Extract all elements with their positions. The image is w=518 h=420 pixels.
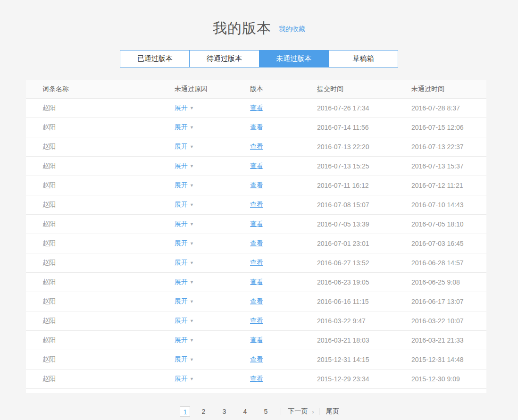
expand-reason-link[interactable]: 展开 [175,162,188,169]
reason-cell: 展开▼ [175,317,250,325]
caret-down-icon: ▼ [190,241,194,246]
caret-down-icon: ▼ [190,202,194,207]
table-row: 赵阳展开▼查看2016-07-11 16:122016-07-12 11:21 [26,176,486,195]
fail-time: 2016-03-22 10:07 [411,317,486,325]
table-row: 赵阳展开▼查看2016-07-13 15:252016-07-13 15:37 [26,157,486,176]
entry-name: 赵阳 [42,355,175,364]
entry-name: 赵阳 [42,336,175,344]
expand-reason-link[interactable]: 展开 [175,220,188,227]
expand-reason-link[interactable]: 展开 [175,143,188,150]
view-version-link[interactable]: 查看 [250,317,263,324]
view-version-link[interactable]: 查看 [250,355,263,363]
submit-time: 2016-06-23 19:05 [317,278,411,286]
view-version-link[interactable]: 查看 [250,259,263,266]
expand-reason-link[interactable]: 展开 [175,336,188,344]
page-header: 我的版本我的收藏 [0,0,518,38]
expand-reason-link[interactable]: 展开 [175,355,188,363]
versions-table: 词条名称未通过原因版本提交时间未通过时间 赵阳展开▼查看2016-07-26 1… [26,80,486,393]
caret-down-icon: ▼ [190,299,194,304]
next-page-link[interactable]: 下一页 [288,407,308,416]
expand-reason-link[interactable]: 展开 [175,123,188,131]
tab-0[interactable]: 已通过版本 [120,50,189,67]
view-version-link[interactable]: 查看 [250,278,263,286]
caret-down-icon: ▼ [190,144,194,149]
entry-name: 赵阳 [42,259,175,267]
submit-time: 2016-07-05 13:39 [317,220,411,228]
table-row: 赵阳展开▼查看2015-12-31 14:152015-12-31 14:48 [26,350,486,370]
column-header-1: 未通过原因 [175,85,250,93]
view-version-link[interactable]: 查看 [250,375,263,382]
submit-time: 2016-07-26 17:34 [317,104,411,112]
page-number[interactable]: 4 [240,406,250,417]
tab-2-active[interactable]: 未通过版本 [259,50,328,67]
entry-name: 赵阳 [42,220,175,228]
table-row: 赵阳展开▼查看2015-12-29 23:342015-12-30 9:09 [26,370,486,389]
reason-cell: 展开▼ [175,259,250,267]
view-version-link[interactable]: 查看 [250,104,263,111]
view-version-link[interactable]: 查看 [250,336,263,344]
tab-1[interactable]: 待通过版本 [189,50,259,67]
fail-time: 2015-12-30 9:09 [411,375,486,383]
fail-time: 2016-07-12 11:21 [411,182,486,189]
expand-reason-link[interactable]: 展开 [175,104,188,111]
view-version-link[interactable]: 查看 [250,123,263,131]
fail-time: 2015-12-31 14:48 [411,356,486,363]
version-cell: 查看 [250,336,317,344]
expand-reason-link[interactable]: 展开 [175,278,188,286]
expand-reason-link[interactable]: 展开 [175,297,188,305]
expand-reason-link[interactable]: 展开 [175,259,188,266]
page-number-current[interactable]: 1 [180,406,190,417]
expand-reason-link[interactable]: 展开 [175,375,188,382]
column-header-3: 提交时间 [317,85,411,93]
entry-name: 赵阳 [42,181,175,190]
expand-reason-link[interactable]: 展开 [175,181,188,189]
expand-reason-link[interactable]: 展开 [175,239,188,247]
fail-time: 2016-07-10 14:43 [411,201,486,209]
reason-cell: 展开▼ [175,162,250,170]
reason-cell: 展开▼ [175,375,250,383]
view-version-link[interactable]: 查看 [250,220,263,227]
version-cell: 查看 [250,375,317,383]
expand-reason-link[interactable]: 展开 [175,317,188,324]
page-number[interactable]: 5 [260,406,271,417]
entry-name: 赵阳 [42,375,175,383]
fail-time: 2016-06-25 9:08 [411,278,486,286]
expand-reason-link[interactable]: 展开 [175,201,188,208]
submit-time: 2016-06-16 11:15 [317,298,411,305]
table-row: 赵阳展开▼查看2016-07-01 23:012016-07-03 16:45 [26,234,486,253]
tab-3[interactable]: 草稿箱 [328,50,398,67]
last-page-link[interactable]: 尾页 [326,407,339,416]
view-version-link[interactable]: 查看 [250,143,263,150]
submit-time: 2016-07-13 22:20 [317,143,411,151]
submit-time: 2016-03-22 9:47 [317,317,411,325]
caret-down-icon: ▼ [190,280,194,285]
caret-down-icon: ▼ [190,222,194,227]
page-number[interactable]: 2 [198,406,209,417]
fail-time: 2016-07-03 16:45 [411,240,486,247]
caret-down-icon: ▼ [190,357,194,362]
caret-down-icon: ▼ [190,260,194,265]
view-version-link[interactable]: 查看 [250,297,263,305]
table-row: 赵阳展开▼查看2016-03-22 9:472016-03-22 10:07 [26,311,486,331]
column-header-2: 版本 [250,85,317,93]
my-favorites-link[interactable]: 我的收藏 [279,25,305,34]
version-cell: 查看 [250,278,317,286]
view-version-link[interactable]: 查看 [250,239,263,247]
table-header-row: 词条名称未通过原因版本提交时间未通过时间 [26,80,486,99]
chevron-right-icon: › [312,408,314,415]
pagination-divider [281,408,281,415]
reason-cell: 展开▼ [175,201,250,209]
view-version-link[interactable]: 查看 [250,162,263,169]
view-version-link[interactable]: 查看 [250,181,263,189]
version-cell: 查看 [250,162,317,170]
submit-time: 2016-07-11 16:12 [317,182,411,189]
submit-time: 2015-12-29 23:34 [317,375,411,383]
caret-down-icon: ▼ [190,164,194,168]
table-row: 赵阳展开▼查看2016-07-13 22:202016-07-13 22:37 [26,137,486,157]
caret-down-icon: ▼ [190,125,194,130]
view-version-link[interactable]: 查看 [250,201,263,208]
fail-time: 2016-07-05 18:10 [411,220,486,228]
entry-name: 赵阳 [42,278,175,286]
version-tab-bar: 已通过版本待通过版本未通过版本草稿箱 [120,50,398,67]
page-number[interactable]: 3 [219,406,229,417]
